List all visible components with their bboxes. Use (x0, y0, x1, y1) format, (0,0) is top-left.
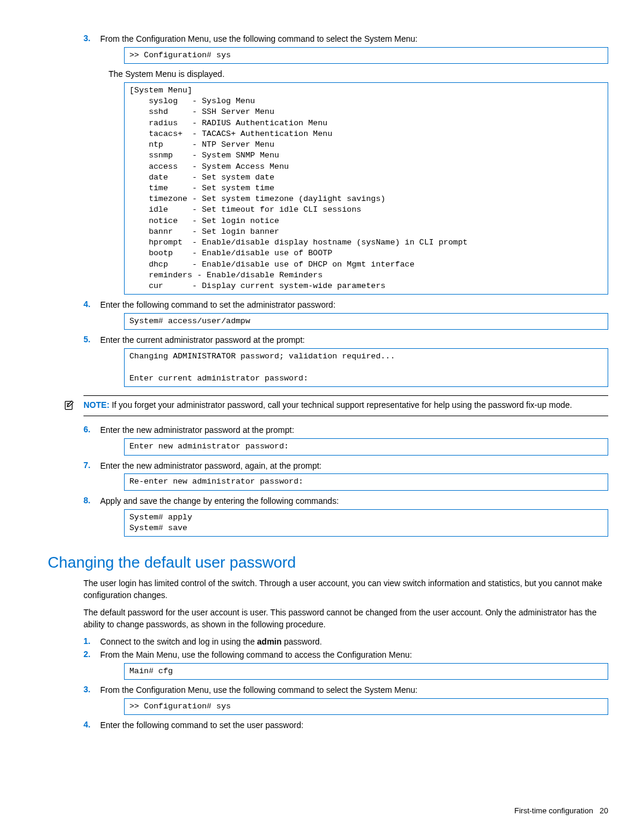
step-number: 3. (83, 33, 100, 45)
step-number: 7. (83, 460, 100, 472)
step-number: 1. (83, 636, 100, 648)
step-text: Enter the new administrator password at … (100, 425, 608, 436)
step-text: Enter the current administrator password… (100, 335, 608, 346)
section-heading: Changing the default user password (48, 553, 608, 572)
step-5: 5. Enter the current administrator passw… (83, 335, 608, 346)
step-number: 4. (83, 720, 100, 731)
footer-page-number: 20 (600, 806, 608, 815)
page-footer: First-time configuration 20 (514, 806, 608, 815)
bold-admin: admin (257, 637, 281, 646)
footer-section: First-time configuration (514, 806, 593, 815)
step-text: Connect to the switch and log in using t… (100, 636, 608, 648)
code-block: >> Configuration# sys (124, 698, 608, 715)
step-2b: 2. From the Main Menu, use the following… (83, 649, 608, 661)
step-number: 5. (83, 335, 100, 346)
note-icon (63, 399, 75, 414)
step-7: 7. Enter the new administrator password,… (83, 460, 608, 472)
code-block: >> Configuration# sys (124, 47, 608, 64)
paragraph: The user login has limited control of th… (83, 578, 608, 601)
code-block: System# access/user/admpw (124, 313, 608, 330)
code-block: Changing ADMINISTRATOR password; validat… (124, 348, 608, 387)
paragraph: The default password for the user accoun… (83, 607, 608, 630)
code-block: Enter new administrator password: (124, 438, 608, 455)
step-number: 4. (83, 299, 100, 311)
step-text: Enter the new administrator password, ag… (100, 460, 608, 472)
divider (83, 395, 608, 396)
step-8: 8. Apply and save the change by entering… (83, 496, 608, 507)
step-text: From the Configuration Menu, use the fol… (100, 33, 608, 45)
code-block: Main# cfg (124, 663, 608, 680)
step-3: 3. From the Configuration Menu, use the … (83, 33, 608, 45)
step-text: Enter the following command to set the u… (100, 720, 608, 731)
step-1b: 1. Connect to the switch and log in usin… (83, 636, 608, 648)
step-text: Apply and save the change by entering th… (100, 496, 608, 507)
document-page: 3. From the Configuration Menu, use the … (0, 0, 644, 833)
step-4b: 4. Enter the following command to set th… (83, 720, 608, 731)
step-3b: 3. From the Configuration Menu, use the … (83, 685, 608, 696)
step-6: 6. Enter the new administrator password … (83, 425, 608, 436)
code-block: Re-enter new administrator password: (124, 473, 608, 490)
note-block: NOTE: If you forget your administrator p… (83, 395, 608, 417)
note-text: NOTE: If you forget your administrator p… (83, 398, 608, 413)
step-number: 6. (83, 425, 100, 436)
code-block: System# apply System# save (124, 509, 608, 537)
step-text: From the Main Menu, use the following co… (100, 649, 608, 661)
step-continuation: The System Menu is displayed. (109, 69, 608, 80)
step-4: 4. Enter the following command to set th… (83, 299, 608, 311)
note-body: If you forget your administrator passwor… (110, 400, 572, 410)
divider (83, 416, 608, 416)
step-text: From the Configuration Menu, use the fol… (100, 685, 608, 696)
note-label: NOTE: (83, 400, 110, 410)
system-menu-output: [System Menu] syslog - Syslog Menu sshd … (124, 82, 608, 295)
step-number: 3. (83, 685, 100, 696)
step-number: 2. (83, 649, 100, 661)
step-number: 8. (83, 496, 100, 507)
step-text: Enter the following command to set the a… (100, 299, 608, 311)
